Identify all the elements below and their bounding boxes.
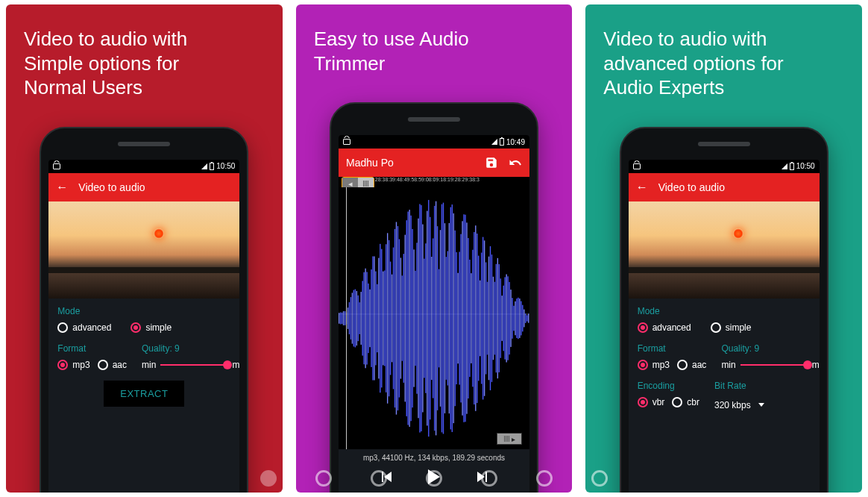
radio-label: simple	[145, 322, 172, 333]
svg-rect-93	[474, 232, 474, 404]
svg-rect-107	[494, 282, 495, 355]
extract-button[interactable]: EXTRACT	[104, 381, 184, 407]
pager-dot[interactable]	[315, 470, 332, 487]
gallery-pager	[0, 470, 868, 487]
quality-slider[interactable]	[160, 364, 227, 366]
svg-rect-52	[413, 249, 414, 387]
format-aac-radio[interactable]: aac	[677, 360, 706, 370]
bitrate-dropdown[interactable]: 320 kbps	[714, 397, 764, 410]
radio-label: aac	[113, 360, 127, 370]
quality-slider[interactable]	[740, 364, 808, 366]
quality-label: Quality: 9	[142, 343, 239, 354]
svg-rect-17	[362, 281, 363, 355]
radio-label: advanced	[652, 322, 691, 333]
slider-min-label: min	[142, 360, 156, 370]
svg-rect-125	[521, 301, 521, 336]
svg-rect-130	[528, 313, 529, 322]
svg-rect-28	[378, 258, 379, 379]
svg-rect-102	[487, 282, 488, 355]
svg-rect-68	[437, 226, 438, 410]
svg-rect-36	[390, 262, 391, 375]
svg-rect-72	[443, 203, 444, 434]
pager-dot[interactable]	[536, 470, 553, 487]
svg-rect-13	[356, 291, 357, 346]
svg-rect-112	[502, 296, 503, 341]
encoding-cbr-radio[interactable]: cbr	[672, 397, 699, 407]
svg-rect-116	[507, 276, 508, 360]
pager-dot[interactable]	[260, 470, 277, 487]
status-bar: 10:49	[339, 135, 529, 149]
svg-rect-115	[506, 275, 506, 363]
svg-rect-71	[441, 204, 442, 433]
promo-panel-trimmer: Easy to use Audio Trimmer 10:49 Madhu Po	[296, 4, 573, 493]
pager-dot[interactable]	[481, 470, 497, 487]
app-bar-title: Video to audio	[658, 181, 725, 193]
pager-dot[interactable]	[426, 470, 442, 487]
svg-rect-77	[450, 207, 451, 430]
mode-advanced-radio[interactable]: advanced	[638, 322, 691, 333]
svg-rect-65	[433, 238, 433, 398]
svg-rect-79	[453, 213, 454, 423]
svg-rect-44	[402, 275, 403, 360]
svg-rect-59	[424, 259, 424, 378]
svg-rect-41	[397, 226, 398, 410]
format-mp3-radio[interactable]: mp3	[638, 360, 670, 370]
svg-rect-51	[412, 229, 412, 407]
mode-simple-radio[interactable]: simple	[711, 322, 752, 333]
video-preview[interactable]	[48, 201, 239, 298]
svg-rect-101	[485, 263, 486, 375]
status-time: 10:50	[796, 162, 815, 170]
back-button[interactable]: ←	[56, 181, 68, 194]
svg-rect-64	[431, 257, 432, 380]
phone-mockup: 10:49 Madhu Po 0:09:18:18:28:28:38:39:48…	[330, 102, 538, 493]
screenshot-gallery: Video to audio with Simple options for N…	[0, 0, 868, 497]
svg-rect-42	[399, 239, 400, 397]
encoding-vbr-radio[interactable]: vbr	[638, 397, 665, 407]
svg-rect-99	[482, 237, 483, 400]
slider-min-label: min	[721, 360, 735, 370]
svg-rect-69	[438, 269, 439, 368]
promo-headline: Video to audio with advanced options for…	[603, 27, 844, 100]
svg-rect-95	[477, 234, 477, 403]
save-icon[interactable]	[485, 156, 498, 169]
radio-label: aac	[692, 360, 706, 370]
svg-rect-113	[503, 286, 504, 351]
svg-rect-88	[466, 222, 467, 413]
svg-rect-60	[425, 243, 426, 393]
dropdown-value: 320 kbps	[714, 400, 751, 410]
trim-handle-end[interactable]: ▸	[497, 433, 522, 445]
svg-rect-62	[428, 200, 429, 437]
radio-label: advanced	[72, 322, 111, 333]
svg-rect-94	[475, 225, 476, 411]
undo-icon[interactable]	[509, 156, 522, 169]
svg-rect-48	[408, 212, 409, 425]
signal-icon	[491, 139, 497, 145]
battery-icon	[500, 138, 504, 146]
video-preview[interactable]	[629, 201, 820, 298]
pager-dot[interactable]	[371, 470, 387, 487]
mode-simple-radio[interactable]: simple	[130, 322, 172, 333]
waveform-view[interactable]: ▸	[339, 187, 529, 449]
mode-advanced-radio[interactable]: advanced	[57, 322, 111, 333]
svg-rect-97	[479, 281, 480, 357]
svg-rect-87	[465, 215, 465, 422]
svg-rect-20	[366, 272, 367, 364]
svg-rect-45	[403, 254, 404, 383]
svg-rect-37	[391, 275, 392, 363]
pager-dot[interactable]	[591, 470, 608, 487]
sunset-sun	[733, 228, 743, 239]
svg-rect-121	[515, 301, 515, 335]
format-aac-radio[interactable]: aac	[98, 360, 127, 370]
radio-label: simple	[726, 322, 752, 333]
svg-rect-75	[447, 251, 448, 385]
phone-screen: 10:50 ← Video to audio Mode adva	[48, 160, 239, 493]
format-mp3-radio[interactable]: mp3	[57, 360, 89, 370]
svg-rect-21	[368, 284, 368, 353]
svg-rect-43	[400, 257, 401, 378]
promo-headline: Easy to use Audio Trimmer	[314, 27, 555, 75]
water-reflection	[629, 273, 820, 298]
signal-icon	[781, 163, 787, 169]
svg-rect-90	[469, 260, 470, 377]
back-button[interactable]: ←	[636, 181, 648, 194]
radio-label: cbr	[687, 397, 699, 407]
